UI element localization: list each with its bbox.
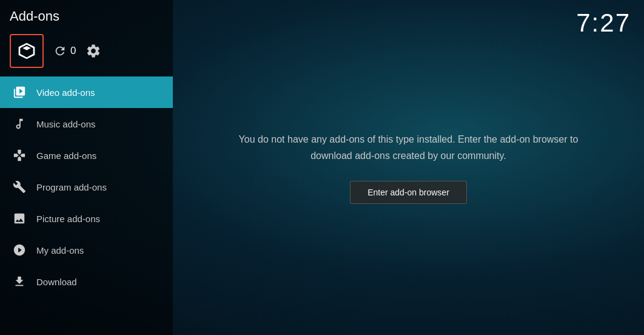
picture-icon	[12, 211, 27, 226]
video-label: Video add-ons	[36, 87, 95, 98]
box-icon	[17, 41, 36, 61]
refresh-count: 0	[70, 45, 76, 57]
sidebar-item-myaddon[interactable]: My add-ons	[0, 234, 173, 266]
myaddon-label: My add-ons	[36, 245, 84, 255]
download-label: Download	[36, 277, 77, 287]
game-icon	[12, 148, 27, 163]
sidebar-item-program[interactable]: Program add-ons	[0, 171, 173, 203]
sidebar: Add-ons 7:27 0	[0, 0, 173, 335]
picture-svg	[13, 212, 26, 225]
addon-box-icon[interactable]	[10, 34, 44, 68]
time-display: 7:27	[576, 8, 631, 38]
sidebar-header: Add-ons	[0, 0, 173, 30]
video-icon	[12, 85, 27, 100]
empty-message: You do not have any add-ons of this type…	[227, 131, 591, 164]
music-label: Music add-ons	[36, 119, 96, 129]
page-title: Add-ons	[10, 8, 163, 24]
nav-list: Video add-ons Music add-ons Game a	[0, 76, 173, 297]
icon-row: 0	[0, 30, 173, 76]
game-label: Game add-ons	[36, 151, 96, 161]
sidebar-item-download[interactable]: Download	[0, 266, 173, 297]
refresh-svg	[53, 44, 67, 58]
enter-addon-browser-button[interactable]: Enter add-on browser	[350, 181, 467, 204]
program-svg	[13, 180, 26, 194]
sidebar-item-picture[interactable]: Picture add-ons	[0, 203, 173, 234]
myaddon-icon	[12, 243, 27, 257]
game-svg	[13, 149, 26, 162]
sidebar-item-game[interactable]: Game add-ons	[0, 140, 173, 171]
settings-button[interactable]	[86, 43, 101, 59]
sidebar-item-video[interactable]: Video add-ons	[0, 76, 173, 108]
gear-icon	[86, 43, 101, 59]
sidebar-item-music[interactable]: Music add-ons	[0, 108, 173, 140]
download-svg	[13, 275, 26, 288]
refresh-area[interactable]: 0	[53, 44, 76, 58]
myaddon-svg	[13, 243, 26, 257]
music-svg	[13, 117, 26, 130]
video-svg	[13, 86, 26, 99]
main-content: You do not have any add-ons of this type…	[173, 0, 644, 335]
refresh-icon	[53, 44, 67, 58]
download-icon	[12, 274, 27, 289]
picture-label: Picture add-ons	[36, 214, 100, 224]
music-icon	[12, 117, 27, 131]
program-icon	[12, 180, 27, 194]
program-label: Program add-ons	[36, 182, 107, 192]
